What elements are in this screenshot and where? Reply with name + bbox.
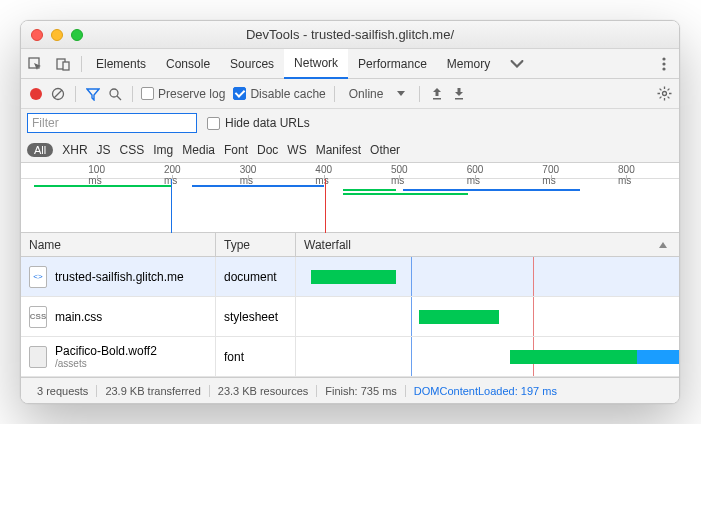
filter-doc[interactable]: Doc (257, 143, 278, 157)
timeline-overview[interactable]: 100 ms200 ms300 ms400 ms500 ms600 ms700 … (21, 163, 679, 233)
resource-type-filters: All XHR JS CSS Img Media Font Doc WS Man… (21, 137, 679, 163)
overview-bar (192, 185, 324, 187)
col-header-name[interactable]: Name (21, 233, 216, 256)
filter-all[interactable]: All (27, 143, 53, 157)
filter-icon[interactable] (84, 85, 102, 103)
download-har-icon[interactable] (450, 85, 468, 103)
inspect-element-icon[interactable] (21, 57, 49, 71)
svg-point-5 (662, 67, 665, 70)
filter-js[interactable]: JS (97, 143, 111, 157)
cell-waterfall (296, 337, 679, 376)
filter-ws[interactable]: WS (287, 143, 306, 157)
status-bar: 3 requests 23.9 KB transferred 23.3 KB r… (21, 377, 679, 403)
requests-table: Name Type Waterfall <>trusted-sailfish.g… (21, 233, 679, 377)
waterfall-marker (411, 257, 412, 296)
chevron-down-icon (397, 91, 405, 96)
filter-manifest[interactable]: Manifest (316, 143, 361, 157)
waterfall-marker (411, 297, 412, 336)
waterfall-bar (419, 310, 499, 324)
disable-cache-checkbox[interactable] (233, 87, 246, 100)
request-name: Pacifico-Bold.woff2 (55, 344, 157, 358)
request-name: trusted-sailfish.glitch.me (55, 270, 184, 284)
cell-waterfall (296, 297, 679, 336)
filter-img[interactable]: Img (153, 143, 173, 157)
filter-font[interactable]: Font (224, 143, 248, 157)
tab-console[interactable]: Console (156, 49, 220, 79)
request-path: /assets (55, 358, 157, 369)
device-toolbar-icon[interactable] (49, 57, 77, 71)
tab-sources[interactable]: Sources (220, 49, 284, 79)
panel-tabs-toolbar: Elements Console Sources Network Perform… (21, 49, 679, 79)
waterfall-bar (637, 350, 679, 364)
throttling-select[interactable]: Online (343, 87, 412, 101)
svg-point-12 (662, 92, 666, 96)
panel-tabs: Elements Console Sources Network Perform… (86, 49, 534, 79)
settings-menu-icon[interactable] (649, 57, 679, 71)
search-icon[interactable] (106, 85, 124, 103)
tab-elements[interactable]: Elements (86, 49, 156, 79)
status-domcontentloaded: DOMContentLoaded: 197 ms (406, 385, 565, 397)
upload-har-icon[interactable] (428, 85, 446, 103)
waterfall-marker (533, 297, 534, 336)
preserve-log-label: Preserve log (158, 87, 225, 101)
tabs-overflow-icon[interactable] (500, 49, 534, 79)
svg-point-8 (110, 89, 118, 97)
filter-placeholder: Filter (32, 116, 59, 130)
file-icon (29, 346, 47, 368)
table-header: Name Type Waterfall (21, 233, 679, 257)
request-name: main.css (55, 310, 102, 324)
status-transferred: 23.9 KB transferred (97, 385, 209, 397)
overview-bar (343, 193, 468, 195)
svg-rect-10 (433, 98, 441, 100)
throttling-value: Online (349, 87, 384, 101)
svg-line-9 (117, 96, 121, 100)
svg-rect-11 (455, 98, 463, 100)
cell-type: stylesheet (216, 297, 296, 336)
tab-memory[interactable]: Memory (437, 49, 500, 79)
svg-line-17 (659, 89, 661, 91)
status-requests: 3 requests (29, 385, 97, 397)
status-finish: Finish: 735 ms (317, 385, 406, 397)
file-icon: <> (29, 266, 47, 288)
filter-row: Filter Hide data URLs (21, 109, 679, 137)
clear-button[interactable] (49, 85, 67, 103)
waterfall-marker (411, 337, 412, 376)
hide-data-urls-checkbox[interactable] (207, 117, 220, 130)
col-header-type[interactable]: Type (216, 233, 296, 256)
sort-asc-icon (659, 242, 667, 248)
svg-point-3 (662, 57, 665, 60)
tab-network[interactable]: Network (284, 49, 348, 79)
waterfall-bar (311, 270, 395, 284)
overview-marker (171, 179, 172, 233)
cell-type: font (216, 337, 296, 376)
overview-bar (403, 189, 581, 191)
col-header-waterfall[interactable]: Waterfall (296, 233, 679, 256)
status-resources: 23.3 KB resources (210, 385, 318, 397)
titlebar: DevTools - trusted-sailfish.glitch.me/ (21, 21, 679, 49)
svg-line-18 (667, 97, 669, 99)
table-row[interactable]: Pacifico-Bold.woff2/assetsfont (21, 337, 679, 377)
overview-marker (325, 179, 326, 233)
filter-xhr[interactable]: XHR (62, 143, 87, 157)
svg-line-7 (54, 90, 62, 98)
table-row[interactable]: <>trusted-sailfish.glitch.medocument (21, 257, 679, 297)
record-button[interactable] (27, 85, 45, 103)
overview-bar (343, 189, 396, 191)
filter-media[interactable]: Media (182, 143, 215, 157)
cell-name: CSSmain.css (21, 297, 216, 336)
window-title: DevTools - trusted-sailfish.glitch.me/ (21, 27, 679, 42)
tab-performance[interactable]: Performance (348, 49, 437, 79)
preserve-log-checkbox[interactable] (141, 87, 154, 100)
svg-line-20 (659, 97, 661, 99)
filter-other[interactable]: Other (370, 143, 400, 157)
svg-point-4 (662, 62, 665, 65)
table-row[interactable]: CSSmain.cssstylesheet (21, 297, 679, 337)
cell-name: Pacifico-Bold.woff2/assets (21, 337, 216, 376)
file-icon: CSS (29, 306, 47, 328)
network-settings-icon[interactable] (655, 85, 673, 103)
waterfall-marker (533, 257, 534, 296)
filter-css[interactable]: CSS (120, 143, 145, 157)
waterfall-bar (510, 350, 636, 364)
filter-input[interactable]: Filter (27, 113, 197, 133)
cell-waterfall (296, 257, 679, 296)
